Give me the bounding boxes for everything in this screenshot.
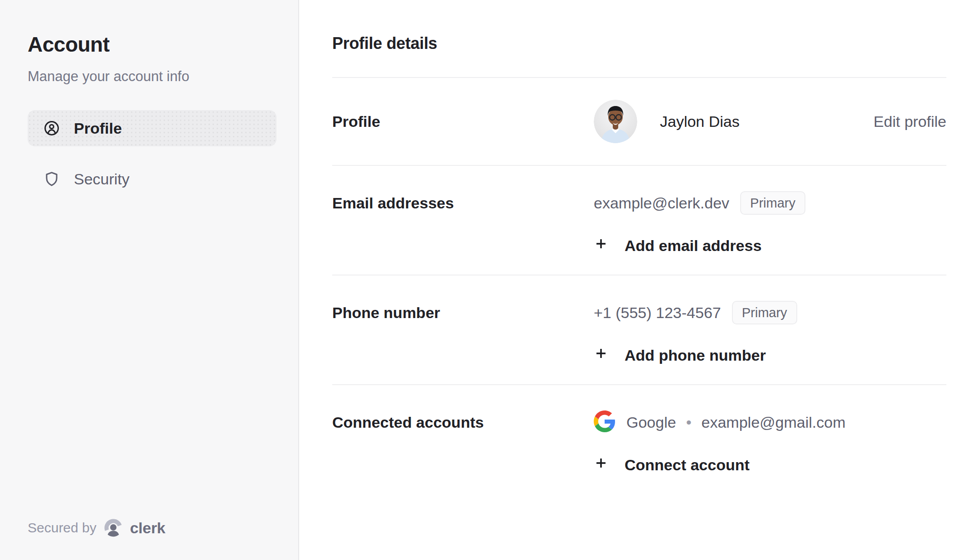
connected-row-label: Connected accounts [332, 410, 594, 435]
dot-separator: • [686, 414, 692, 431]
sidebar-item-label: Profile [74, 120, 122, 137]
phone-entry: +1 (555) 123-4567 Primary [594, 300, 946, 325]
profile-row-label: Profile [332, 109, 594, 134]
edit-profile-button[interactable]: Edit profile [873, 113, 946, 130]
add-phone-number-label: Add phone number [625, 347, 766, 364]
phone-number-row: Phone number +1 (555) 123-4567 Primary A… [332, 275, 946, 385]
connected-email: example@gmail.com [702, 414, 846, 431]
primary-badge: Primary [740, 191, 805, 215]
sidebar-nav: Profile Security [28, 110, 276, 197]
phone-content: +1 (555) 123-4567 Primary Add phone numb… [594, 300, 946, 364]
sidebar-item-security[interactable]: Security [28, 161, 276, 197]
secured-by-clerk: Secured by clerk [28, 518, 276, 537]
sidebar-subtitle: Manage your account info [28, 68, 276, 86]
primary-badge: Primary [732, 301, 797, 324]
provider-name: Google [626, 414, 676, 431]
email-entry: example@clerk.dev Primary [594, 190, 946, 216]
phone-row-label: Phone number [332, 300, 594, 325]
email-value: example@clerk.dev [594, 190, 729, 216]
google-icon [594, 410, 616, 434]
clerk-brand-text: clerk [130, 519, 165, 537]
email-content: example@clerk.dev Primary Add email addr… [594, 190, 946, 255]
plus-icon [594, 346, 608, 364]
connect-account-label: Connect account [625, 456, 750, 474]
plus-icon [594, 456, 608, 474]
add-email-address-label: Add email address [625, 237, 761, 255]
user-circle-icon [43, 120, 60, 137]
email-addresses-row: Email addresses example@clerk.dev Primar… [332, 166, 946, 275]
clerk-logomark-icon [104, 518, 123, 537]
sidebar-item-label: Security [74, 170, 130, 188]
secured-by-text: Secured by [28, 520, 97, 536]
profile-name: Jaylon Dias [660, 113, 740, 130]
add-phone-number-button[interactable]: Add phone number [594, 346, 946, 364]
sidebar-item-profile[interactable]: Profile [28, 110, 276, 146]
shield-icon [43, 170, 60, 188]
connect-account-button[interactable]: Connect account [594, 456, 946, 474]
sidebar-title: Account [28, 33, 276, 57]
phone-value: +1 (555) 123-4567 [594, 300, 721, 325]
account-page: Account Manage your account info Profile [0, 0, 979, 560]
email-row-label: Email addresses [332, 190, 594, 216]
connected-accounts-row: Connected accounts Google • example@gmai… [332, 385, 946, 494]
profile-identity: Jaylon Dias [594, 100, 873, 143]
profile-details-panel: Profile details Profile [299, 0, 979, 560]
plus-icon [594, 237, 608, 255]
profile-row: Profile [332, 78, 946, 166]
avatar [594, 100, 637, 143]
connected-account-entry: Google • example@gmail.com [594, 410, 946, 435]
page-title: Profile details [332, 34, 946, 53]
connected-content: Google • example@gmail.com Connect accou… [594, 410, 946, 474]
add-email-address-button[interactable]: Add email address [594, 237, 946, 255]
sidebar: Account Manage your account info Profile [0, 0, 299, 560]
